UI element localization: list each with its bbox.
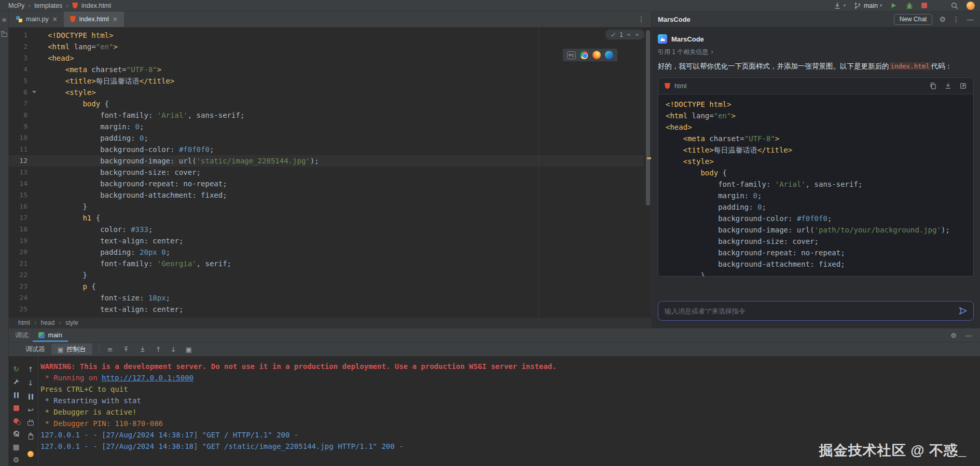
code-line[interactable]: font-family: 'Georgia', serif;: [48, 258, 651, 269]
line-number[interactable]: 24: [9, 292, 39, 304]
rerun-icon[interactable]: ↻: [13, 365, 19, 373]
code-line[interactable]: text-align: center;: [48, 304, 651, 315]
console-output-area[interactable]: WARNING: This is a development server. D…: [38, 357, 980, 466]
editor-tab-index-html[interactable]: index.html ×: [64, 11, 124, 27]
line-number[interactable]: 14: [9, 178, 39, 189]
inspections-widget[interactable]: 1: [605, 29, 645, 40]
line-number[interactable]: 9: [9, 121, 39, 132]
restore-layout-grid-icon[interactable]: ▦: [12, 443, 19, 451]
clear-console-icon[interactable]: [29, 434, 33, 440]
code-line[interactable]: body {: [48, 98, 651, 109]
code-line[interactable]: <html lang="en">: [48, 41, 651, 52]
line-number[interactable]: 23: [9, 281, 39, 292]
more-options-icon[interactable]: ⋮: [953, 15, 960, 23]
avatar[interactable]: [967, 2, 975, 10]
console-link[interactable]: http://127.0.0.1:5000: [102, 374, 194, 382]
line-number[interactable]: 1: [9, 30, 39, 41]
line-number[interactable]: 15: [9, 189, 39, 201]
git-branch-widget[interactable]: main ▾: [853, 2, 882, 10]
code-block-body[interactable]: <!DOCTYPE html><html lang="en"><head> <m…: [658, 94, 973, 276]
builtin-preview-icon[interactable]: PC: [567, 51, 576, 59]
code-line[interactable]: <meta charset="UTF-8">: [48, 64, 651, 75]
line-number[interactable]: 16: [9, 201, 39, 212]
run-button[interactable]: [890, 2, 898, 9]
send-message-icon[interactable]: [958, 306, 968, 316]
warning-stripe-mark[interactable]: [647, 157, 651, 159]
code-line[interactable]: text-align: center;: [48, 235, 651, 246]
line-number[interactable]: 25: [9, 304, 39, 315]
tab-console[interactable]: ▣ 控制台: [51, 344, 92, 355]
notification-dot-icon[interactable]: [27, 451, 34, 457]
close-tab-icon[interactable]: ×: [113, 16, 118, 23]
new-chat-button[interactable]: New Chat: [894, 14, 933, 25]
edge-icon[interactable]: [605, 51, 613, 59]
breadcrumb-file[interactable]: index.html: [81, 2, 111, 9]
code-line[interactable]: <style>: [48, 87, 651, 98]
up-arrow-icon[interactable]: ↑: [27, 365, 34, 374]
line-number[interactable]: 13: [9, 167, 39, 178]
code-line[interactable]: <title>每日温馨话语</title>: [48, 75, 651, 87]
gear-icon[interactable]: ⚙: [950, 332, 957, 339]
project-folder-icon[interactable]: [2, 33, 7, 37]
code-line[interactable]: background-repeat: no-repeat;: [48, 178, 651, 189]
editor-options-kebab-icon[interactable]: ⋮: [631, 11, 651, 27]
hide-panel-icon[interactable]: —: [967, 15, 974, 23]
menu-icon[interactable]: ≡: [2, 17, 6, 23]
breadcrumb-folder[interactable]: templates: [34, 2, 62, 9]
stop-button[interactable]: [921, 3, 927, 8]
line-number[interactable]: 10: [9, 132, 39, 144]
code-line[interactable]: margin: 0;: [48, 121, 651, 132]
line-number[interactable]: 20: [9, 246, 39, 258]
breadcrumb-project[interactable]: McPy: [8, 2, 24, 9]
code-line[interactable]: background-attachment: fixed;: [48, 189, 651, 201]
down-arrow-icon[interactable]: ↓: [27, 379, 34, 387]
pause-output-icon[interactable]: [29, 394, 33, 400]
code-line[interactable]: padding: 20px 0;: [48, 246, 651, 258]
breadcrumb-head[interactable]: head: [40, 319, 54, 326]
stop-process-icon[interactable]: [13, 405, 19, 411]
line-number[interactable]: 3: [9, 52, 39, 64]
editor-gutter[interactable]: 1234567891011121314151617181920212223242…: [9, 28, 39, 315]
breadcrumb-html[interactable]: html: [18, 319, 30, 326]
print-icon[interactable]: [27, 421, 34, 426]
restore-layout-icon[interactable]: ≡: [107, 346, 113, 353]
mute-breakpoints-icon[interactable]: [13, 431, 19, 436]
soft-wrap-icon[interactable]: ↩: [27, 406, 34, 414]
code-line[interactable]: <head>: [48, 52, 651, 64]
line-number[interactable]: 5: [9, 75, 39, 87]
code-line[interactable]: background-color: #f0f0f0;: [48, 144, 651, 155]
line-number[interactable]: 22: [9, 269, 39, 281]
code-line[interactable]: font-size: 18px;: [48, 292, 651, 304]
reference-link[interactable]: 引用 1 个相关信息 ›: [658, 47, 974, 57]
line-number[interactable]: 11: [9, 144, 39, 155]
pause-program-icon[interactable]: [14, 392, 19, 398]
arrow-up-icon[interactable]: ↑: [156, 346, 161, 353]
debug-button[interactable]: [905, 2, 914, 10]
close-tab-icon[interactable]: ×: [52, 16, 58, 23]
settings-gear-icon[interactable]: ⚙: [13, 456, 20, 464]
code-line[interactable]: font-family: 'Arial', sans-serif;: [48, 109, 651, 121]
line-number[interactable]: 12: [9, 155, 39, 167]
view-breakpoints-icon[interactable]: [13, 418, 19, 423]
editor-tab-main-py[interactable]: main.py ×: [10, 11, 64, 27]
code-line[interactable]: h1 {: [48, 212, 651, 224]
fold-chevron-icon[interactable]: [32, 91, 36, 93]
code-line[interactable]: }: [48, 201, 651, 212]
breadcrumb-style[interactable]: style: [65, 319, 78, 326]
up-stack-trace-icon[interactable]: [122, 346, 130, 353]
line-number[interactable]: 8: [9, 109, 39, 121]
copy-code-icon[interactable]: [929, 82, 937, 90]
code-line[interactable]: padding: 0;: [48, 132, 651, 144]
firefox-icon[interactable]: [592, 51, 601, 59]
line-number[interactable]: 7: [9, 98, 39, 109]
down-stack-trace-icon[interactable]: [139, 346, 146, 353]
code-line[interactable]: background-size: cover;: [48, 167, 651, 178]
search-everywhere-button[interactable]: [950, 2, 959, 10]
code-line[interactable]: background-image: url('static/image_2205…: [48, 155, 651, 167]
tab-debugger[interactable]: 调试器: [19, 344, 51, 355]
insert-code-icon[interactable]: [944, 82, 952, 90]
wrench-icon[interactable]: [9, 376, 23, 389]
line-number[interactable]: 18: [9, 224, 39, 235]
code-line[interactable]: <!DOCTYPE html>: [48, 30, 651, 41]
gear-icon[interactable]: ⚙: [939, 15, 946, 23]
